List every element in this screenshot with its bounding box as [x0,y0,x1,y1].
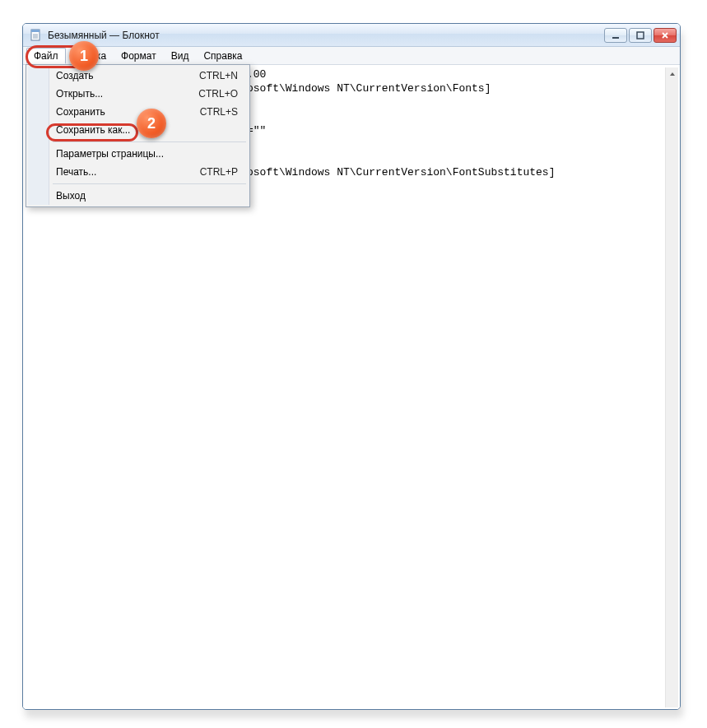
svg-rect-1 [31,30,40,32]
menu-format[interactable]: Формат [114,48,164,64]
menu-item-new[interactable]: Создать CTRL+N [28,67,248,85]
svg-marker-7 [670,72,675,76]
menu-item-shortcut: CTRL+O [198,88,238,100]
annotation-highlight-saveas [46,123,138,141]
vertical-scrollbar[interactable] [665,67,678,707]
menu-item-open[interactable]: Открыть... CTRL+O [28,85,248,103]
menu-item-page-setup[interactable]: Параметры страницы... [28,145,248,163]
svg-rect-6 [637,32,644,39]
menu-item-shortcut: CTRL+N [199,70,238,81]
menubar: Файл Правка Формат Вид Справка [23,47,680,65]
notepad-icon [30,29,43,42]
menu-item-label: Создать [56,70,94,81]
close-button[interactable] [654,28,677,43]
menu-item-shortcut: CTRL+S [200,106,238,118]
svg-rect-5 [612,37,619,39]
menu-help[interactable]: Справка [196,48,249,64]
menu-item-shortcut: CTRL+P [200,166,238,178]
annotation-badge-2: 2 [137,109,166,138]
menu-item-label: Печать... [56,166,96,178]
titlebar[interactable]: Безымянный — Блокнот [23,24,680,47]
annotation-badge-1: 1 [69,41,99,71]
menu-item-label: Параметры страницы... [56,148,164,160]
menu-item-label: Выход [56,190,86,202]
menu-view[interactable]: Вид [164,48,197,64]
minimize-button[interactable] [604,28,627,43]
scroll-up-icon[interactable] [666,67,678,81]
window-controls [604,28,677,43]
maximize-button[interactable] [629,28,652,43]
menu-separator [53,183,246,184]
window-title: Безымянный — Блокнот [48,30,604,41]
menu-item-print[interactable]: Печать... CTRL+P [28,163,248,181]
menu-item-label: Открыть... [56,88,103,100]
menu-separator [53,141,246,142]
menu-item-exit[interactable]: Выход [28,187,248,205]
menu-item-label: Сохранить [56,106,105,118]
